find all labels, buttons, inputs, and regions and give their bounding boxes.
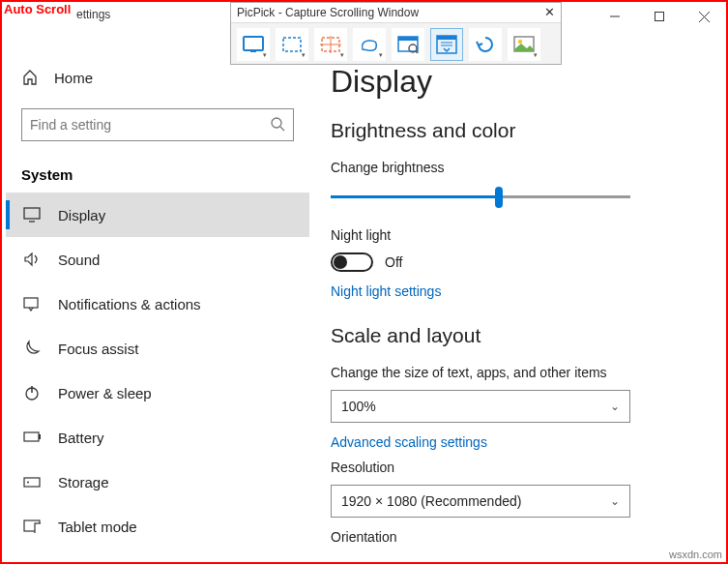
svg-line-13 bbox=[416, 51, 419, 53]
sidebar-item-label: Sound bbox=[58, 252, 100, 268]
sidebar-item-focus-assist[interactable]: Focus assist bbox=[6, 326, 309, 371]
region-capture-button[interactable]: ▾ bbox=[276, 28, 308, 61]
display-icon bbox=[23, 206, 41, 223]
nightlight-settings-link[interactable]: Night light settings bbox=[331, 283, 691, 299]
battery-icon bbox=[23, 429, 41, 446]
main-panel: Display Brightness and color Change brig… bbox=[331, 54, 720, 562]
window-close-button[interactable] bbox=[682, 3, 726, 30]
sound-icon bbox=[23, 251, 41, 268]
picpick-toolbar: PicPick - Capture Scrolling Window ✕ ▾ ▾… bbox=[230, 2, 562, 65]
svg-rect-10 bbox=[398, 37, 418, 51]
sidebar-item-label: Tablet mode bbox=[58, 519, 137, 535]
sidebar-item-display[interactable]: Display bbox=[6, 193, 309, 237]
section-heading: System bbox=[6, 153, 309, 193]
sidebar-item-tablet-mode[interactable]: Tablet mode bbox=[6, 504, 309, 549]
image-options-button[interactable]: ▾ bbox=[508, 28, 540, 61]
brightness-label: Change brightness bbox=[331, 160, 691, 175]
svg-point-20 bbox=[272, 118, 281, 128]
sidebar-item-storage[interactable]: Storage bbox=[6, 460, 309, 504]
scrolling-window-capture-button[interactable] bbox=[430, 28, 463, 61]
nav-list: Display Sound Notifications & actions Fo… bbox=[6, 193, 309, 549]
nightlight-state: Off bbox=[385, 254, 402, 270]
svg-rect-1 bbox=[655, 13, 664, 21]
scale-value: 100% bbox=[341, 399, 376, 414]
svg-rect-29 bbox=[24, 478, 40, 487]
resolution-label: Resolution bbox=[331, 460, 691, 475]
settings-sidebar: Home Find a setting System Display Sound… bbox=[6, 54, 309, 562]
svg-rect-5 bbox=[250, 50, 256, 52]
picpick-title-text: PicPick - Capture Scrolling Window bbox=[237, 6, 419, 19]
sidebar-item-sound[interactable]: Sound bbox=[6, 237, 309, 282]
search-input[interactable]: Find a setting bbox=[21, 108, 294, 141]
sidebar-item-power[interactable]: Power & sleep bbox=[6, 371, 309, 415]
sidebar-item-label: Notifications & actions bbox=[58, 296, 201, 312]
svg-rect-14 bbox=[437, 36, 456, 40]
orientation-label: Orientation bbox=[331, 529, 691, 545]
svg-rect-32 bbox=[35, 523, 41, 533]
sidebar-item-label: Storage bbox=[58, 474, 109, 490]
watermark: wsxdn.com bbox=[669, 549, 722, 560]
sidebar-item-label: Display bbox=[58, 207, 105, 223]
scale-label: Change the size of text, apps, and other… bbox=[331, 365, 691, 380]
svg-point-19 bbox=[518, 40, 522, 44]
advanced-scaling-link[interactable]: Advanced scaling settings bbox=[331, 434, 691, 450]
fixed-region-capture-button[interactable]: ▾ bbox=[314, 28, 347, 61]
search-icon bbox=[270, 116, 285, 134]
chevron-down-icon: ⌄ bbox=[610, 400, 620, 413]
sidebar-item-notifications[interactable]: Notifications & actions bbox=[6, 282, 309, 326]
fullscreen-capture-button[interactable]: ▾ bbox=[237, 28, 270, 61]
scale-dropdown[interactable]: 100% ⌄ bbox=[331, 390, 630, 423]
window-minimize-button[interactable] bbox=[593, 3, 637, 30]
svg-point-12 bbox=[409, 45, 417, 52]
nightlight-label: Night light bbox=[331, 227, 691, 243]
svg-rect-28 bbox=[39, 434, 41, 439]
search-placeholder: Find a setting bbox=[30, 117, 111, 133]
svg-line-21 bbox=[280, 127, 284, 131]
picpick-tool-row: ▾ ▾ ▾ ▾ ▾ bbox=[231, 23, 561, 66]
home-label: Home bbox=[54, 70, 93, 86]
notifications-icon bbox=[23, 295, 41, 312]
repeat-capture-button[interactable] bbox=[469, 28, 502, 61]
picpick-close-button[interactable]: ✕ bbox=[544, 5, 555, 19]
resolution-dropdown[interactable]: 1920 × 1080 (Recommended) ⌄ bbox=[331, 485, 630, 518]
picpick-titlebar[interactable]: PicPick - Capture Scrolling Window ✕ bbox=[231, 3, 561, 23]
svg-rect-18 bbox=[514, 37, 534, 51]
sidebar-item-battery[interactable]: Battery bbox=[6, 415, 309, 460]
storage-icon bbox=[23, 473, 41, 490]
svg-rect-24 bbox=[24, 298, 38, 308]
svg-rect-6 bbox=[283, 38, 301, 51]
page-title: Display bbox=[331, 64, 691, 100]
svg-rect-15 bbox=[437, 36, 456, 53]
home-icon bbox=[21, 69, 39, 86]
freehand-capture-button[interactable]: ▾ bbox=[353, 28, 386, 61]
brightness-section-heading: Brightness and color bbox=[331, 119, 691, 142]
scale-section-heading: Scale and layout bbox=[331, 324, 691, 347]
power-icon bbox=[23, 384, 41, 401]
svg-rect-4 bbox=[244, 37, 263, 50]
focus-assist-icon bbox=[23, 340, 41, 357]
nightlight-toggle[interactable] bbox=[331, 252, 373, 272]
sidebar-item-label: Power & sleep bbox=[58, 385, 152, 401]
window-title: ettings bbox=[76, 8, 110, 21]
sidebar-item-label: Battery bbox=[58, 430, 104, 446]
brightness-slider[interactable] bbox=[331, 185, 630, 208]
window-capture-button[interactable] bbox=[392, 28, 424, 61]
svg-rect-7 bbox=[322, 38, 339, 51]
window-maximize-button[interactable] bbox=[637, 3, 682, 30]
toggle-knob bbox=[334, 255, 347, 269]
svg-point-30 bbox=[27, 482, 29, 484]
svg-rect-22 bbox=[24, 208, 40, 219]
resolution-value: 1920 × 1080 (Recommended) bbox=[341, 493, 521, 509]
sidebar-item-label: Focus assist bbox=[58, 341, 138, 357]
slider-thumb[interactable] bbox=[495, 187, 503, 208]
chevron-down-icon: ⌄ bbox=[610, 494, 620, 508]
auto-scroll-label: Auto Scroll bbox=[3, 2, 72, 16]
slider-fill bbox=[331, 195, 499, 198]
svg-rect-11 bbox=[398, 37, 418, 41]
svg-rect-27 bbox=[24, 432, 39, 441]
tablet-mode-icon bbox=[23, 518, 41, 535]
